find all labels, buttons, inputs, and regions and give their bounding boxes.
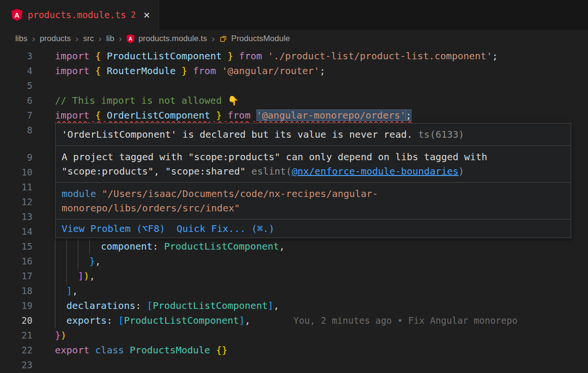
code-content: import { RouterModule } from '@angular/r… (55, 64, 325, 78)
line-number[interactable]: 18 (0, 284, 55, 298)
code-line-21[interactable]: 21}) (0, 328, 588, 343)
line-number[interactable]: 20 (0, 313, 55, 328)
code-line-23[interactable]: 23 (0, 358, 588, 373)
code-content: exports: [ProductListComponent],You, 2 m… (55, 313, 517, 328)
chevron-right-icon: › (94, 33, 107, 44)
chevron-right-icon: › (114, 33, 127, 44)
breadcrumb-item-file[interactable]: products.module.ts (127, 34, 207, 44)
chevron-right-icon: › (28, 33, 40, 44)
breadcrumb-item-src[interactable]: src (83, 34, 94, 44)
eslint-message-line2: "scope:products", "scope:shared" (62, 165, 251, 177)
angular-icon (127, 34, 135, 44)
eslint-rule-link[interactable]: @nx/enforce-module-boundaries (292, 165, 459, 177)
line-number[interactable]: 3 (0, 49, 55, 64)
line-number[interactable]: 11 (0, 180, 55, 195)
line-number[interactable]: 12 (0, 195, 55, 209)
tab-title: products.module.ts (28, 10, 126, 20)
code-content: declarations: [ProductListComponent], (55, 298, 279, 313)
breadcrumb-item-products-module-symbol[interactable]: ProductsModule (219, 34, 290, 44)
breadcrumb-label: lib (106, 34, 114, 44)
breadcrumb: libs › products › src › lib › products.m… (0, 30, 588, 48)
code-line-22[interactable]: 22export class ProductsModule {} (0, 343, 588, 358)
code-line-5[interactable]: 5 (0, 78, 588, 93)
breadcrumb-label: src (83, 34, 94, 44)
line-number[interactable]: 8 (0, 123, 55, 138)
view-problem-action[interactable]: View Problem (⌥F8) (62, 222, 165, 235)
code-line-19[interactable]: 19declarations: [ProductListComponent], (0, 298, 588, 313)
eslint-message-line1: A project tagged with "scope:products" c… (62, 151, 487, 163)
code-content: component: ProductListComponent, (55, 239, 285, 254)
editor[interactable]: 3import { ProductListComponent } from '.… (0, 48, 588, 373)
line-number[interactable]: 13 (0, 209, 55, 224)
diagnostic-ts-message: 'OrderListComponent' is declared but its… (55, 123, 571, 145)
line-number[interactable]: 10 (0, 165, 55, 180)
code-content: }, (55, 254, 101, 269)
code-line-20[interactable]: 20exports: [ProductListComponent],You, 2… (0, 313, 588, 328)
line-number[interactable]: 15 (0, 239, 55, 254)
line-number[interactable]: 22 (0, 343, 55, 358)
module-path-line1: "/Users/isaac/Documents/code/nx-recipes/… (96, 188, 378, 199)
line-number[interactable]: 23 (0, 358, 55, 373)
line-number[interactable]: 19 (0, 298, 55, 313)
code-content: import { OrderListComponent } from '@ang… (55, 108, 412, 123)
module-path-line2: monorepo/libs/orders/src/index" (62, 202, 240, 214)
line-number[interactable]: 21 (0, 328, 55, 343)
module-keyword: module (62, 188, 96, 199)
ts-message-text: 'OrderListComponent' is declared but its… (62, 129, 413, 140)
line-number[interactable]: 6 (0, 93, 55, 108)
angular-icon (11, 9, 22, 21)
code-line-3[interactable]: 3import { ProductListComponent } from '.… (0, 49, 588, 64)
line-number[interactable]: 5 (0, 78, 55, 93)
code-content: ]), (55, 269, 95, 284)
vscode-window: products.module.ts 2 × libs › products ›… (0, 0, 588, 373)
quick-fix-action[interactable]: Quick Fix... (⌘.) (177, 222, 275, 235)
code-line-15[interactable]: 15component: ProductListComponent, (0, 239, 588, 254)
code-line-6[interactable]: 6// This import is not allowed 👇 (0, 93, 588, 108)
code-line-4[interactable]: 4import { RouterModule } from '@angular/… (0, 64, 588, 78)
code-content: // This import is not allowed 👇 (55, 93, 239, 108)
symbol-class-icon (219, 35, 227, 43)
eslint-source-prefix: eslint( (251, 165, 291, 177)
code-content: ], (55, 284, 78, 298)
code-content: import { ProductListComponent } from './… (55, 49, 498, 64)
breadcrumb-label: libs (15, 34, 28, 44)
line-number[interactable]: 16 (0, 254, 55, 269)
hover-diagnostics-widget: 'OrderListComponent' is declared but its… (55, 123, 571, 238)
chevron-right-icon: › (207, 33, 219, 44)
chevron-right-icon: › (71, 33, 83, 44)
code-line-16[interactable]: 16}, (0, 254, 588, 269)
breadcrumb-label: products.module.ts (139, 34, 207, 44)
git-blame-annotation: You, 2 minutes ago • Fix Angular monorep… (293, 315, 517, 326)
code-line-7[interactable]: 7import { OrderListComponent } from '@an… (0, 108, 588, 123)
breadcrumb-item-libs[interactable]: libs (15, 34, 28, 44)
breadcrumb-label: ProductsModule (231, 34, 290, 44)
line-number[interactable]: 14 (0, 224, 55, 239)
line-number[interactable]: 9 (0, 150, 55, 165)
code-line-18[interactable]: 18], (0, 284, 588, 298)
code-content: }) (55, 328, 66, 343)
ts-source-code: ts(6133) (413, 129, 464, 140)
diagnostic-eslint-message: A project tagged with "scope:products" c… (55, 146, 571, 182)
line-number[interactable]: 17 (0, 269, 55, 284)
breadcrumb-item-products[interactable]: products (40, 34, 71, 44)
error-squiggle-range: import { OrderListComponent } from '@ang… (55, 110, 412, 121)
module-path-info: module "/Users/isaac/Documents/code/nx-r… (55, 183, 571, 219)
tab-problem-count-badge: 2 (131, 10, 136, 20)
tab-products-module-ts[interactable]: products.module.ts 2 × (0, 0, 159, 30)
eslint-source-suffix: ) (459, 165, 464, 177)
hover-status-bar: View Problem (⌥F8) Quick Fix... (⌘.) (55, 219, 571, 238)
code-content: export class ProductsModule {} (55, 343, 227, 358)
line-number[interactable]: 7 (0, 108, 55, 123)
tab-bar: products.module.ts 2 × (0, 0, 588, 30)
breadcrumb-label: products (40, 34, 71, 44)
close-icon[interactable]: × (143, 10, 150, 21)
code-line-17[interactable]: 17]), (0, 269, 588, 284)
line-number[interactable]: 4 (0, 64, 55, 78)
breadcrumb-item-lib[interactable]: lib (106, 34, 114, 44)
